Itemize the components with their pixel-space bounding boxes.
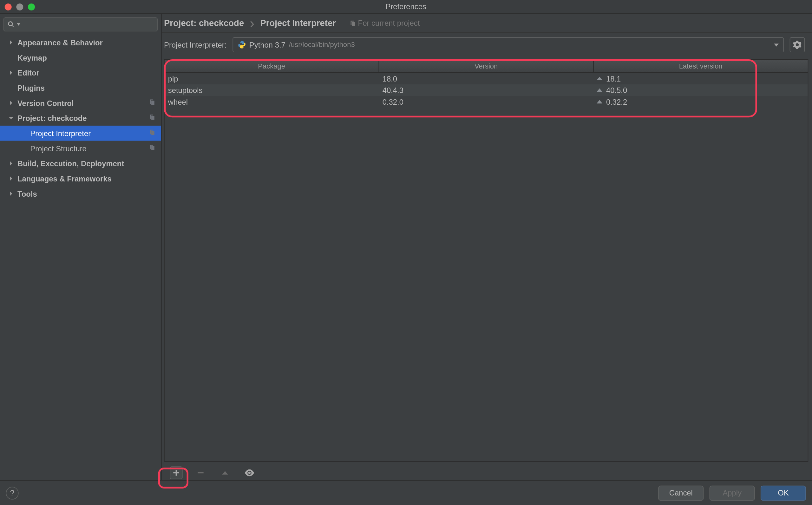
tree-item-label: Plugins — [17, 83, 45, 92]
packages-panel: Package Version Latest version pip18.018… — [164, 59, 808, 462]
plus-icon — [173, 469, 180, 476]
packages-toolbar — [164, 465, 808, 481]
packages-table: Package Version Latest version pip18.018… — [164, 59, 808, 462]
copy-icon — [349, 19, 356, 26]
cell-latest: 0.32.2 — [593, 98, 808, 106]
project-scope-icon — [148, 144, 155, 153]
tree-item-label: Project: checkcode — [17, 114, 87, 122]
tree-item[interactable]: Tools — [0, 186, 161, 201]
disclosure-triangle-icon — [8, 116, 14, 121]
remove-package-button[interactable] — [194, 466, 207, 479]
tree-item-label: Appearance & Behavior — [17, 38, 103, 47]
breadcrumb-page: Project Interpreter — [260, 18, 336, 28]
interpreter-row: Project Interpreter: Python 3.7 /usr/loc… — [162, 33, 812, 57]
tree-item[interactable]: Plugins — [0, 80, 161, 96]
tree-item-label: Keymap — [17, 53, 47, 62]
interpreter-settings-button[interactable] — [790, 37, 805, 52]
dialog-footer: ? Cancel Apply OK — [0, 480, 812, 505]
project-scope-icon — [148, 129, 155, 137]
tree-item[interactable]: Keymap — [0, 50, 161, 65]
table-row[interactable]: wheel0.32.00.32.2 — [165, 96, 808, 108]
tree-item-label: Languages & Frameworks — [17, 174, 112, 183]
tree-item[interactable]: Languages & Frameworks — [0, 171, 161, 186]
cell-package: pip — [165, 74, 379, 83]
tree-item-label: Project Interpreter — [30, 129, 91, 137]
tree-item[interactable]: Appearance & Behavior — [0, 35, 161, 50]
disclosure-triangle-icon — [8, 40, 14, 45]
cell-version: 18.0 — [379, 74, 593, 83]
table-row[interactable]: setuptools40.4.340.5.0 — [165, 85, 808, 96]
tree-child-item[interactable]: Project Interpreter — [0, 126, 161, 141]
cell-package: setuptools — [165, 86, 379, 94]
disclosure-triangle-icon — [8, 191, 14, 196]
tree-item-label: Build, Execution, Deployment — [17, 159, 124, 167]
gear-icon — [793, 41, 802, 49]
sidebar: Appearance & BehaviorKeymapEditorPlugins… — [0, 14, 162, 480]
breadcrumb-project: Project: checkcode — [164, 18, 244, 28]
column-latest[interactable]: Latest version — [594, 60, 808, 72]
main-panel: Project: checkcode › Project Interpreter… — [162, 14, 812, 480]
interpreter-name: Python 3.7 — [249, 40, 285, 49]
tree-item-label: Project Structure — [30, 144, 86, 153]
cell-latest: 40.5.0 — [593, 86, 808, 94]
preferences-window: Preferences Appearance & BehaviorKeymapE… — [0, 0, 812, 505]
help-button[interactable]: ? — [6, 487, 18, 499]
add-package-button[interactable] — [170, 466, 182, 479]
apply-button[interactable]: Apply — [709, 485, 755, 501]
interpreter-path: /usr/local/bin/python3 — [289, 41, 355, 49]
help-icon: ? — [10, 489, 14, 497]
settings-tree: Appearance & BehaviorKeymapEditorPlugins… — [0, 35, 161, 480]
search-icon — [8, 21, 15, 28]
column-version[interactable]: Version — [379, 60, 593, 72]
tree-item[interactable]: Editor — [0, 65, 161, 80]
upgrade-package-button[interactable] — [219, 466, 231, 479]
cell-package: wheel — [165, 98, 379, 106]
breadcrumb: Project: checkcode › Project Interpreter… — [162, 14, 812, 33]
cell-version: 0.32.0 — [379, 98, 593, 106]
titlebar: Preferences — [0, 0, 812, 14]
upgrade-available-icon — [597, 100, 603, 104]
cancel-button[interactable]: Cancel — [658, 485, 703, 501]
tree-child-item[interactable]: Project Structure — [0, 141, 161, 156]
disclosure-triangle-icon — [8, 161, 14, 166]
tree-item-label: Editor — [17, 68, 39, 77]
interpreter-label: Project Interpreter: — [164, 40, 226, 49]
table-header: Package Version Latest version — [165, 60, 808, 72]
eye-icon — [245, 469, 254, 476]
cell-latest: 18.1 — [593, 74, 808, 83]
show-early-releases-button[interactable] — [243, 466, 256, 479]
upgrade-available-icon — [597, 89, 603, 92]
project-scope-icon — [148, 114, 155, 122]
chevron-down-icon — [774, 43, 779, 46]
ok-button[interactable]: OK — [761, 485, 806, 501]
tree-item-label: Version Control — [17, 99, 73, 107]
python-icon — [238, 41, 246, 49]
tree-item[interactable]: Build, Execution, Deployment — [0, 156, 161, 171]
disclosure-triangle-icon — [8, 101, 14, 105]
column-package[interactable]: Package — [165, 60, 379, 72]
table-body: pip18.018.1setuptools40.4.340.5.0wheel0.… — [165, 72, 808, 461]
interpreter-combo[interactable]: Python 3.7 /usr/local/bin/python3 — [232, 37, 784, 52]
current-project-hint: For current project — [349, 19, 420, 27]
search-input[interactable] — [3, 17, 158, 31]
table-row[interactable]: pip18.018.1 — [165, 72, 808, 85]
minus-icon — [197, 469, 204, 476]
chevron-right-icon: › — [250, 15, 255, 31]
upgrade-available-icon — [597, 77, 603, 80]
project-scope-icon — [148, 99, 155, 107]
disclosure-triangle-icon — [8, 70, 14, 75]
disclosure-triangle-icon — [8, 176, 14, 181]
tree-item-label: Tools — [17, 189, 37, 198]
upgrade-icon — [222, 471, 228, 475]
window-title: Preferences — [0, 2, 812, 11]
tree-item[interactable]: Project: checkcode — [0, 111, 161, 126]
cell-version: 40.4.3 — [379, 86, 593, 94]
chevron-down-icon — [17, 23, 20, 25]
tree-item[interactable]: Version Control — [0, 96, 161, 111]
